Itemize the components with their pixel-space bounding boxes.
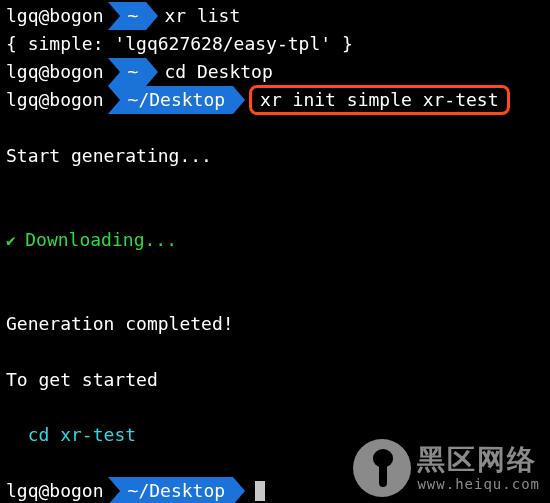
chevron-right-icon: [108, 86, 120, 114]
highlighted-command: xr init simple xr-test: [249, 85, 509, 115]
prompt-line-active[interactable]: lgq@bogon ~/Desktop: [0, 477, 550, 503]
user: lgq: [6, 86, 39, 114]
status-downloading: Downloading...: [0, 226, 550, 254]
hint-title: To get started: [0, 366, 550, 394]
user-host: lgq@bogon: [6, 86, 108, 114]
host: bogon: [49, 2, 103, 30]
chevron-right-icon: [233, 86, 245, 114]
command-text: cd Desktop: [158, 58, 272, 86]
path-segment: ~/Desktop: [120, 86, 234, 114]
status-complete: Generation completed!: [0, 310, 550, 338]
cursor-icon: [255, 481, 265, 501]
check-icon: [6, 229, 25, 250]
hint-command: cd xr-test: [0, 421, 550, 449]
prompt-line: lgq@bogon ~ xr list: [0, 2, 550, 30]
status-start: Start generating...: [0, 142, 550, 170]
path-segment: ~/Desktop: [120, 477, 234, 503]
user-host: lgq@bogon: [6, 58, 108, 86]
user: lgq: [6, 477, 39, 503]
host: bogon: [49, 58, 103, 86]
command-text: xr list: [158, 2, 240, 30]
user-host: lgq@bogon: [6, 2, 108, 30]
command-input[interactable]: [245, 477, 265, 503]
chevron-right-icon: [233, 477, 245, 503]
host: bogon: [49, 477, 103, 503]
prompt-line: lgq@bogon ~/Desktop xr init simple xr-te…: [0, 86, 550, 114]
user: lgq: [6, 58, 39, 86]
path-segment: ~: [120, 2, 147, 30]
chevron-right-icon: [108, 58, 120, 86]
path-segment: ~: [120, 58, 147, 86]
prompt-line: lgq@bogon ~ cd Desktop: [0, 58, 550, 86]
user-host: lgq@bogon: [6, 477, 108, 503]
chevron-right-icon: [108, 2, 120, 30]
user: lgq: [6, 2, 39, 30]
command-text: xr init simple xr-test: [260, 86, 498, 114]
host: bogon: [49, 86, 103, 114]
chevron-right-icon: [146, 58, 158, 86]
chevron-right-icon: [108, 477, 120, 503]
chevron-right-icon: [146, 2, 158, 30]
output-line: { simple: 'lgq627628/easy-tpl' }: [0, 30, 550, 58]
